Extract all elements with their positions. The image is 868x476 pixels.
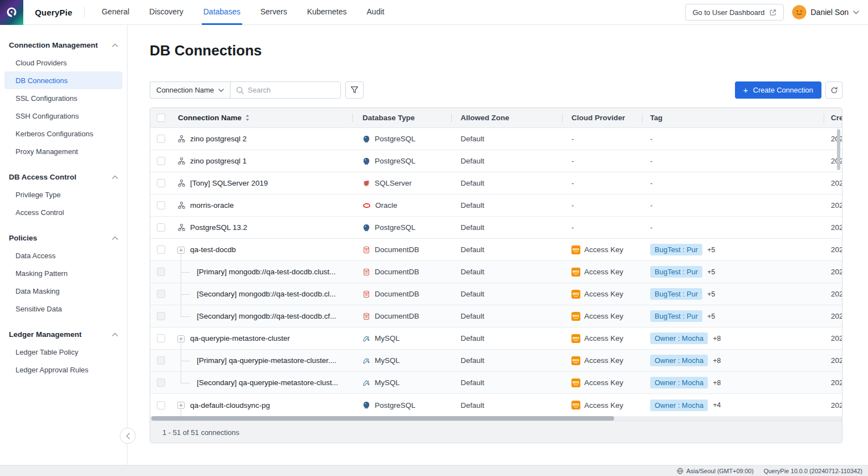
column-database-type[interactable]: Database Type <box>353 108 451 127</box>
expand-row-button[interactable] <box>177 402 185 409</box>
tag-badge[interactable]: BugTest : Pur <box>650 288 702 300</box>
select-all-checkbox[interactable] <box>157 114 165 122</box>
tag-badge[interactable]: Owner : Mocha <box>650 377 708 388</box>
tag-extra-count[interactable]: +5 <box>707 290 715 298</box>
row-checkbox[interactable] <box>157 245 165 254</box>
row-checkbox-cell <box>150 172 177 194</box>
user-menu[interactable]: Daniel Son <box>792 5 860 19</box>
table-row[interactable]: [Secondary] mongodb://qa-test-docdb.cf..… <box>150 305 842 327</box>
connection-name: morris-oracle <box>190 201 234 209</box>
row-checkbox[interactable] <box>157 223 165 232</box>
row-checkbox[interactable] <box>157 356 165 365</box>
column-allowed-zone[interactable]: Allowed Zone <box>451 108 562 127</box>
cell-allowed-zone: Default <box>451 201 562 209</box>
row-checkbox[interactable] <box>157 312 165 320</box>
table-row[interactable]: zino postgresql 2PostgreSQLDefault--202 <box>150 128 842 150</box>
tag-badge[interactable]: BugTest : Pur <box>650 244 702 255</box>
table-row[interactable]: [Primary] qa-querypie-metastore-cluster.… <box>150 350 842 372</box>
row-checkbox[interactable] <box>157 135 165 143</box>
tag-extra-count[interactable]: +5 <box>707 268 715 276</box>
expand-icon[interactable] <box>177 335 185 342</box>
expand-row-button[interactable] <box>177 247 185 254</box>
row-checkbox[interactable] <box>157 401 165 410</box>
expand-row-button[interactable] <box>177 335 185 342</box>
row-checkbox[interactable] <box>157 268 165 276</box>
sidebar-item-db-connections[interactable]: DB Connections <box>4 71 122 89</box>
sidebar-item-ledger-table-policy[interactable]: Ledger Table Policy <box>4 343 122 361</box>
table-row[interactable]: morris-oracleOracleDefault--202 <box>150 195 842 217</box>
sidebar-item-access-control[interactable]: Access Control <box>4 203 122 221</box>
sidebar-section-title-policies[interactable]: Policies <box>0 229 127 247</box>
table-row[interactable]: PostgreSQL 13.2PostgreSQLDefault--202 <box>150 217 842 239</box>
table-row[interactable]: [Secondary] qa-querypie-metastore-clust.… <box>150 372 842 394</box>
sidebar: Connection ManagementCloud ProvidersDB C… <box>0 25 127 465</box>
table-row[interactable]: [Tony] SQLServer 2019SQLServerDefault--2… <box>150 172 842 195</box>
nav-item-databases[interactable]: Databases <box>202 0 242 25</box>
hierarchy-icon <box>178 180 185 187</box>
connection-name: qa-querypie-metastore-cluster <box>190 334 290 342</box>
search-input[interactable] <box>248 86 331 94</box>
tag-extra-count[interactable]: +8 <box>713 379 721 387</box>
table-row[interactable]: qa-querypie-metastore-clusterMySQLDefaul… <box>150 327 842 350</box>
nav-item-kubernetes[interactable]: Kubernetes <box>305 0 349 25</box>
sidebar-collapse-button[interactable] <box>120 428 136 444</box>
tag-extra-count[interactable]: +8 <box>713 335 721 342</box>
sidebar-item-ssh-configurations[interactable]: SSH Configurations <box>4 107 122 125</box>
row-checkbox[interactable] <box>157 334 165 342</box>
row-checkbox[interactable] <box>157 290 165 298</box>
sidebar-item-data-masking[interactable]: Data Masking <box>4 282 122 300</box>
sidebar-item-proxy-management[interactable]: Proxy Management <box>4 142 122 160</box>
tag-badge[interactable]: BugTest : Pur <box>650 266 702 278</box>
row-checkbox[interactable] <box>157 157 165 165</box>
column-cloud-provider[interactable]: Cloud Provider <box>562 108 642 127</box>
tag-badge[interactable]: Owner : Mocha <box>650 332 708 344</box>
tag-extra-count[interactable]: +5 <box>707 246 715 254</box>
cell-tag: - <box>642 201 824 209</box>
column-connection-name[interactable]: Connection Name <box>177 108 353 127</box>
vertical-scrollbar-thumb[interactable] <box>837 129 840 170</box>
table-row[interactable]: qa-test-docdbDocumentDBDefaultawsAccess … <box>150 239 842 261</box>
nav-item-audit[interactable]: Audit <box>365 0 386 25</box>
tag-badge[interactable]: Owner : Mocha <box>650 400 708 411</box>
row-checkbox[interactable] <box>157 378 165 387</box>
table-row[interactable]: zino postgresql 1PostgreSQLDefault--202 <box>150 150 842 172</box>
sidebar-item-data-access[interactable]: Data Access <box>4 247 122 264</box>
create-connection-button[interactable]: + Create Connection <box>735 81 821 99</box>
table-row[interactable]: qa-default-cloudsync-pgPostgreSQLDefault… <box>150 394 842 416</box>
sidebar-section-title-ledger-management[interactable]: Ledger Management <box>0 325 127 343</box>
refresh-button[interactable] <box>825 81 843 99</box>
sidebar-item-privilege-type[interactable]: Privilege Type <box>4 186 122 203</box>
horizontal-scrollbar-thumb[interactable] <box>151 416 614 421</box>
column-tag[interactable]: Tag <box>642 108 824 127</box>
nav-item-servers[interactable]: Servers <box>259 0 289 25</box>
column-created[interactable]: Crea <box>824 108 842 127</box>
cell-created: 202 <box>824 378 842 387</box>
expand-icon[interactable] <box>177 247 185 254</box>
tag-badge[interactable]: Owner : Mocha <box>650 355 708 366</box>
querypie-logo-icon[interactable] <box>0 0 23 25</box>
table-row[interactable]: [Primary] mongodb://qa-test-docdb.clust.… <box>150 261 842 283</box>
row-checkbox[interactable] <box>157 201 165 209</box>
filter-field-select[interactable]: Connection Name <box>150 81 230 99</box>
nav-item-discovery[interactable]: Discovery <box>147 0 185 25</box>
sort-icon[interactable] <box>245 115 250 121</box>
nav-item-general[interactable]: General <box>100 0 131 25</box>
tag-extra-count[interactable]: +5 <box>707 313 715 320</box>
filter-button[interactable] <box>345 81 364 99</box>
sidebar-item-kerberos-configurations[interactable]: Kerberos Configurations <box>4 125 122 142</box>
sidebar-item-ledger-approval-rules[interactable]: Ledger Approval Rules <box>4 361 122 378</box>
tag-badge[interactable]: BugTest : Pur <box>650 310 702 322</box>
sidebar-section-title-connection-management[interactable]: Connection Management <box>0 36 127 54</box>
table-row[interactable]: [Secondary] mongodb://qa-test-docdb.cl..… <box>150 283 842 305</box>
go-to-user-dashboard-button[interactable]: Go to User Dashboard <box>685 4 783 21</box>
sidebar-section-title-db-access-control[interactable]: DB Access Control <box>0 168 127 186</box>
sidebar-item-masking-pattern[interactable]: Masking Pattern <box>4 264 122 282</box>
expand-icon[interactable] <box>177 402 185 409</box>
row-checkbox[interactable] <box>157 179 165 187</box>
tag-extra-count[interactable]: +8 <box>713 357 721 365</box>
sidebar-item-cloud-providers[interactable]: Cloud Providers <box>4 54 122 71</box>
sidebar-item-ssl-configurations[interactable]: SSL Configurations <box>4 89 122 107</box>
sidebar-item-sensitive-data[interactable]: Sensitive Data <box>4 300 122 318</box>
cell-allowed-zone: Default <box>451 290 562 298</box>
tag-extra-count[interactable]: +4 <box>713 401 721 409</box>
